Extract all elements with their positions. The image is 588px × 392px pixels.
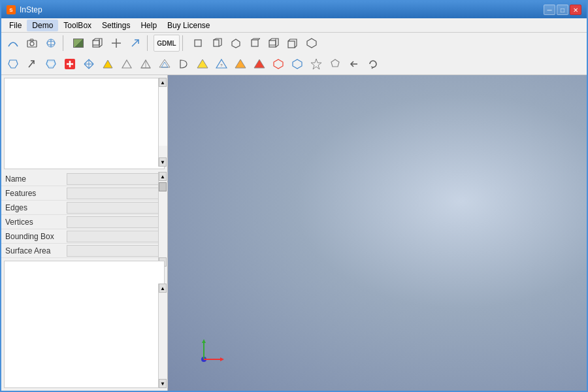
viewport-background	[168, 75, 587, 391]
toolbar-row-2: ?	[1, 54, 587, 74]
title-bar: S InStep ─ □ ✕	[1, 1, 587, 18]
svg-text:?: ?	[220, 63, 223, 67]
toolbar-polygon2[interactable]	[326, 56, 344, 73]
toolbar-tri-outline[interactable]	[118, 56, 136, 73]
left-panel: ▲ ▼ Name Features Edges V	[1, 75, 168, 391]
toolbar-tri-outline2[interactable]: ?	[212, 56, 231, 73]
close-button[interactable]: ✕	[570, 5, 581, 15]
toolbar-face3[interactable]	[227, 35, 245, 52]
scroll-up-arrow[interactable]: ▲	[159, 78, 167, 87]
menu-demo[interactable]: Demo	[27, 20, 58, 31]
menu-toolbox[interactable]: ToolBox	[58, 20, 97, 31]
toolbar-sep-3	[182, 35, 186, 51]
prop-row-surface-area: Surface Area	[1, 244, 158, 258]
svg-rect-13	[214, 40, 219, 46]
toolbar-polygon[interactable]	[4, 56, 22, 73]
toolbar-add-red[interactable]	[61, 56, 79, 73]
svg-marker-14	[232, 39, 240, 48]
menu-help[interactable]: Help	[135, 20, 162, 31]
svg-marker-38	[159, 59, 170, 67]
toolbar: GDML	[1, 33, 587, 75]
svg-marker-24	[8, 60, 18, 68]
bottom-text-panel	[4, 261, 165, 388]
y-axis-arrow	[202, 339, 206, 343]
toolbar-camera[interactable]	[23, 35, 41, 52]
toolbar-rotate[interactable]	[364, 56, 382, 73]
toolbar-cross[interactable]	[107, 35, 125, 52]
properties-panel: Name Features Edges Vertices Bounding Bo…	[1, 172, 167, 258]
menu-buy-license[interactable]: Buy License	[162, 20, 215, 31]
bottom-scrollbar[interactable]: ▲ ▼	[158, 284, 167, 388]
toolbar-tri-red[interactable]	[250, 56, 269, 73]
toolbar-star[interactable]	[307, 56, 325, 73]
props-scroll-thumb[interactable]	[159, 182, 167, 191]
x-axis-arrow	[220, 357, 224, 361]
prop-value-vertices[interactable]	[67, 216, 162, 228]
prop-label-surface-area: Surface Area	[1, 245, 67, 257]
toolbar-face5[interactable]	[265, 35, 283, 52]
prop-row-edges: Edges	[1, 201, 158, 215]
preview-scrollbar[interactable]: ▲ ▼	[158, 78, 167, 167]
toolbar-row-1: GDML	[1, 33, 587, 54]
toolbar-face6[interactable]	[284, 35, 302, 52]
maximize-button[interactable]: □	[557, 5, 568, 15]
svg-marker-44	[254, 59, 265, 68]
toolbar-arrow-up[interactable]	[23, 56, 41, 73]
svg-marker-23	[307, 39, 316, 48]
svg-marker-27	[47, 61, 55, 67]
svg-rect-19	[269, 41, 276, 47]
toolbar-face1[interactable]	[189, 35, 207, 52]
toolbar-wire[interactable]	[137, 56, 155, 73]
prop-value-bounding-box[interactable]	[67, 231, 162, 242]
scroll-down-arrow[interactable]: ▼	[159, 157, 167, 167]
props-scroll-up[interactable]: ▲	[159, 172, 167, 181]
svg-point-1	[30, 42, 34, 46]
toolbar-tri-yellow[interactable]	[193, 56, 212, 73]
scroll-track	[159, 87, 167, 146]
toolbar-arrow-left[interactable]	[345, 56, 363, 73]
toolbar-curve[interactable]	[4, 35, 22, 52]
toolbar-tri-up[interactable]	[99, 56, 117, 73]
toolbar-face7[interactable]	[302, 35, 321, 52]
menu-file[interactable]: File	[4, 20, 27, 31]
toolbar-3d-box[interactable]	[88, 35, 106, 52]
toolbar-gdml[interactable]: GDML	[154, 35, 180, 52]
prop-row-name: Name	[1, 172, 158, 186]
toolbar-hex-blue[interactable]	[288, 56, 306, 73]
svg-line-25	[29, 61, 34, 67]
prop-value-edges[interactable]	[67, 202, 162, 214]
svg-marker-47	[311, 59, 321, 69]
menu-settings[interactable]: Settings	[97, 20, 135, 31]
prop-row-bounding-box: Bounding Box	[1, 229, 158, 244]
props-scrollbar[interactable]: ▲ ▼	[158, 172, 167, 267]
svg-line-11	[132, 40, 139, 46]
svg-marker-40	[197, 59, 208, 68]
prop-value-features[interactable]	[67, 188, 162, 199]
prop-value-name[interactable]	[67, 173, 162, 185]
toolbar-cage[interactable]	[155, 56, 174, 73]
prop-label-bounding-box: Bounding Box	[1, 231, 67, 242]
toolbar-face4[interactable]	[246, 35, 264, 52]
toolbar-shape[interactable]	[42, 56, 60, 73]
toolbar-tri-orange[interactable]	[231, 56, 250, 73]
bottom-scroll-up[interactable]: ▲	[159, 284, 167, 293]
toolbar-d-shape[interactable]	[174, 56, 193, 73]
svg-rect-12	[195, 40, 201, 46]
toolbar-color-swatch[interactable]	[69, 35, 88, 52]
toolbar-mesh2[interactable]	[80, 56, 98, 73]
toolbar-arrow[interactable]	[126, 35, 144, 52]
toolbar-hex-red[interactable]	[269, 56, 287, 73]
prop-value-surface-area[interactable]	[67, 245, 162, 257]
bottom-scroll-down[interactable]: ▼	[159, 379, 167, 388]
prop-label-features: Features	[1, 188, 67, 199]
app-icon: S	[7, 5, 16, 14]
toolbar-mesh[interactable]	[42, 35, 60, 52]
svg-marker-33	[103, 60, 112, 68]
menu-bar: File Demo ToolBox Settings Help Buy Lice…	[1, 18, 587, 33]
svg-marker-48	[331, 59, 339, 67]
minimize-button[interactable]: ─	[544, 5, 555, 15]
toolbar-face2[interactable]	[208, 35, 226, 52]
window-controls: ─ □ ✕	[544, 5, 581, 15]
axis-indicator	[194, 336, 227, 371]
3d-viewport[interactable]	[168, 75, 587, 391]
